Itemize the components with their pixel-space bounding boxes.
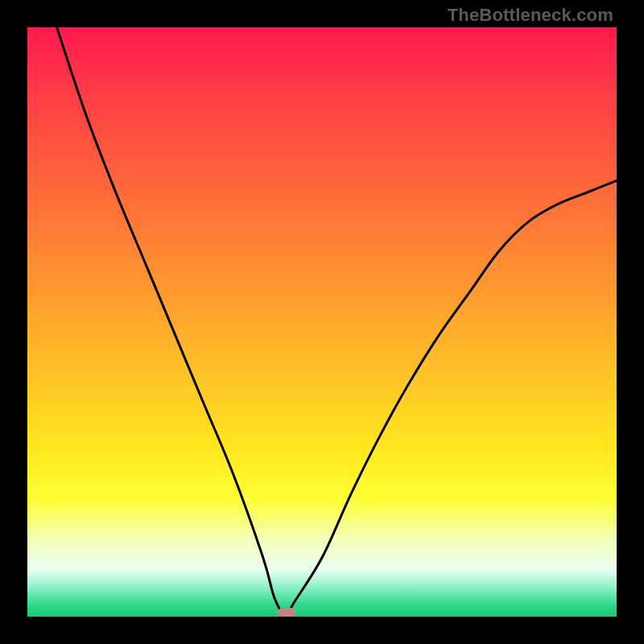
plot-area xyxy=(27,27,617,617)
minimum-marker xyxy=(278,608,295,617)
chart-frame: TheBottleneck.com xyxy=(0,0,644,644)
bottleneck-curve xyxy=(57,27,617,617)
curve-svg xyxy=(27,27,617,617)
watermark-text: TheBottleneck.com xyxy=(448,5,613,26)
